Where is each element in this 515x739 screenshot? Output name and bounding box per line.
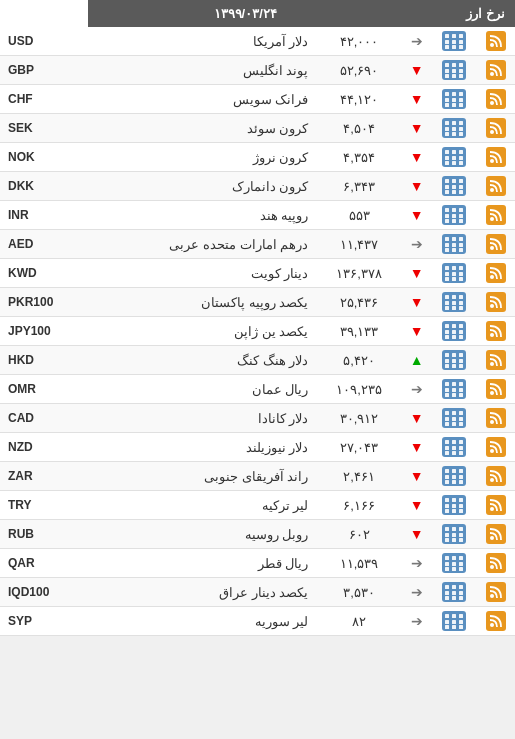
chart-icon[interactable]: [442, 205, 466, 225]
rss-cell[interactable]: [476, 375, 515, 404]
rss-icon[interactable]: [486, 350, 506, 370]
chart-icon[interactable]: [442, 437, 466, 457]
chart-cell[interactable]: [432, 346, 477, 375]
chart-icon[interactable]: [442, 321, 466, 341]
chart-icon[interactable]: [442, 118, 466, 138]
rss-cell[interactable]: [476, 143, 515, 172]
currency-name-cell[interactable]: ریال قطر: [88, 549, 316, 578]
currency-name-cell[interactable]: فرانک سویس: [88, 85, 316, 114]
chart-icon[interactable]: [442, 524, 466, 544]
chart-cell[interactable]: [432, 56, 477, 85]
rss-icon[interactable]: [486, 466, 506, 486]
rss-cell[interactable]: [476, 549, 515, 578]
rss-cell[interactable]: [476, 230, 515, 259]
rss-icon[interactable]: [486, 292, 506, 312]
currency-name-cell[interactable]: یکصد ین ژاپن: [88, 317, 316, 346]
rss-icon[interactable]: [486, 234, 506, 254]
rss-icon[interactable]: [486, 408, 506, 428]
currency-name-cell[interactable]: دلار کانادا: [88, 404, 316, 433]
currency-name-cell[interactable]: دلار آمریکا: [88, 27, 316, 56]
chart-icon[interactable]: [442, 350, 466, 370]
rss-icon[interactable]: [486, 263, 506, 283]
chart-icon[interactable]: [442, 147, 466, 167]
chart-cell[interactable]: [432, 201, 477, 230]
rss-cell[interactable]: [476, 172, 515, 201]
currency-name-cell[interactable]: یکصد دینار عراق: [88, 578, 316, 607]
chart-cell[interactable]: [432, 578, 477, 607]
currency-name-cell[interactable]: ریال عمان: [88, 375, 316, 404]
rss-cell[interactable]: [476, 404, 515, 433]
rss-cell[interactable]: [476, 578, 515, 607]
rss-cell[interactable]: [476, 491, 515, 520]
chart-cell[interactable]: [432, 491, 477, 520]
rss-icon[interactable]: [486, 205, 506, 225]
chart-cell[interactable]: [432, 317, 477, 346]
rss-cell[interactable]: [476, 317, 515, 346]
chart-cell[interactable]: [432, 172, 477, 201]
rss-icon[interactable]: [486, 176, 506, 196]
chart-icon[interactable]: [442, 263, 466, 283]
rss-cell[interactable]: [476, 27, 515, 56]
chart-cell[interactable]: [432, 143, 477, 172]
currency-name-cell[interactable]: روپیه هند: [88, 201, 316, 230]
chart-icon[interactable]: [442, 408, 466, 428]
rss-icon[interactable]: [486, 611, 506, 631]
currency-name-cell[interactable]: کرون سوئد: [88, 114, 316, 143]
rss-icon[interactable]: [486, 31, 506, 51]
rss-cell[interactable]: [476, 520, 515, 549]
chart-icon[interactable]: [442, 292, 466, 312]
currency-name-cell[interactable]: دلار هنگ کنگ: [88, 346, 316, 375]
chart-cell[interactable]: [432, 462, 477, 491]
chart-icon[interactable]: [442, 553, 466, 573]
chart-cell[interactable]: [432, 520, 477, 549]
currency-name-cell[interactable]: کرون نروژ: [88, 143, 316, 172]
rss-icon[interactable]: [486, 437, 506, 457]
currency-name-cell[interactable]: لیر ترکیه: [88, 491, 316, 520]
chart-cell[interactable]: [432, 433, 477, 462]
chart-icon[interactable]: [442, 611, 466, 631]
rss-cell[interactable]: [476, 462, 515, 491]
rss-icon[interactable]: [486, 379, 506, 399]
chart-cell[interactable]: [432, 549, 477, 578]
chart-icon[interactable]: [442, 379, 466, 399]
rss-icon[interactable]: [486, 118, 506, 138]
chart-icon[interactable]: [442, 234, 466, 254]
rss-icon[interactable]: [486, 89, 506, 109]
chart-cell[interactable]: [432, 375, 477, 404]
currency-name-cell[interactable]: لیر سوریه: [88, 607, 316, 636]
chart-cell[interactable]: [432, 85, 477, 114]
currency-name-cell[interactable]: روبل روسیه: [88, 520, 316, 549]
chart-cell[interactable]: [432, 230, 477, 259]
rss-icon[interactable]: [486, 524, 506, 544]
currency-name-cell[interactable]: راند آفریقای جنوبی: [88, 462, 316, 491]
chart-icon[interactable]: [442, 89, 466, 109]
rss-cell[interactable]: [476, 346, 515, 375]
rss-cell[interactable]: [476, 288, 515, 317]
chart-cell[interactable]: [432, 114, 477, 143]
chart-cell[interactable]: [432, 288, 477, 317]
rss-cell[interactable]: [476, 114, 515, 143]
chart-icon[interactable]: [442, 60, 466, 80]
currency-name-cell[interactable]: کرون دانمارک: [88, 172, 316, 201]
chart-icon[interactable]: [442, 466, 466, 486]
chart-cell[interactable]: [432, 404, 477, 433]
currency-name-cell[interactable]: دینار کویت: [88, 259, 316, 288]
chart-icon[interactable]: [442, 176, 466, 196]
currency-name-cell[interactable]: یکصد روپیه پاکستان: [88, 288, 316, 317]
chart-icon[interactable]: [442, 495, 466, 515]
rss-cell[interactable]: [476, 85, 515, 114]
chart-icon[interactable]: [442, 31, 466, 51]
rss-icon[interactable]: [486, 60, 506, 80]
rss-cell[interactable]: [476, 201, 515, 230]
currency-name-cell[interactable]: دلار نیوزیلند: [88, 433, 316, 462]
currency-name-cell[interactable]: درهم امارات متحده عربی: [88, 230, 316, 259]
rss-icon[interactable]: [486, 582, 506, 602]
currency-name-cell[interactable]: پوند انگلیس: [88, 56, 316, 85]
chart-cell[interactable]: [432, 27, 477, 56]
rss-icon[interactable]: [486, 147, 506, 167]
rss-cell[interactable]: [476, 433, 515, 462]
chart-icon[interactable]: [442, 582, 466, 602]
rss-icon[interactable]: [486, 553, 506, 573]
rss-cell[interactable]: [476, 56, 515, 85]
rss-icon[interactable]: [486, 321, 506, 341]
